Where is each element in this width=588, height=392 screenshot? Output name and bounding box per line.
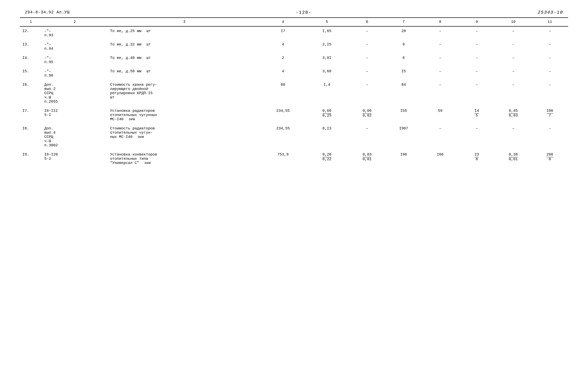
row-col8: – xyxy=(422,80,458,106)
row-col7: 6 xyxy=(385,54,422,67)
row-col4: 234,55 xyxy=(261,106,305,124)
row-col10: – xyxy=(495,80,531,106)
col-header-10: 10 xyxy=(495,18,531,26)
row-col10: 0,380,01 xyxy=(495,150,531,168)
col-header-5: 5 xyxy=(305,18,349,26)
row-col8: – xyxy=(422,124,458,150)
row-reference: I8-II2 5-I xyxy=(42,106,108,124)
row-col5: 0,260,22 xyxy=(305,150,349,168)
row-col6: – xyxy=(349,40,385,54)
row-col4: 753,9 xyxy=(261,150,305,168)
row-description: Стоимость крана регу- лирующего двойной … xyxy=(108,80,261,106)
row-col4: 60 xyxy=(261,80,305,106)
row-col6: – xyxy=(349,124,385,150)
table-row: I3.–"– п.94То же, д.32 мм шт42,I5–9–––– xyxy=(20,40,568,54)
row-col6: – xyxy=(349,67,385,80)
row-reference: –"– п.94 xyxy=(42,40,108,54)
row-col4: 4 xyxy=(261,40,305,54)
col-header-4: 4 xyxy=(261,18,305,26)
row-col9: – xyxy=(458,80,495,106)
col-header-2: 2 xyxy=(42,18,108,26)
table-row: I6.Доп. вып.2 ССРЦ ч.Ш п.2655Стоимость к… xyxy=(20,80,568,106)
row-col7: 9 xyxy=(385,40,422,54)
row-col7: I907 xyxy=(385,124,422,150)
col-header-7: 7 xyxy=(385,18,422,26)
row-number: I8. xyxy=(20,124,42,150)
row-col11: – xyxy=(531,67,568,80)
row-col5: 8,I3 xyxy=(305,124,349,150)
row-col11: – xyxy=(531,40,568,54)
row-col10: – xyxy=(495,124,531,150)
col-header-6: 6 xyxy=(349,18,385,26)
row-col6: 0,060,02 xyxy=(349,106,385,124)
row-col5: 0,660,25 xyxy=(305,106,349,124)
col-header-1: 1 xyxy=(20,18,42,26)
table-row: I5.–"– п.96То же, д.50 мм шт43,68–I5–––– xyxy=(20,67,568,80)
table-row: I2.–"– п.93То же, д.25 мм штI7I,65–28–––… xyxy=(20,26,568,40)
col-header-8: 8 xyxy=(422,18,458,26)
row-col8: – xyxy=(422,54,458,67)
row-reference: –"– п.93 xyxy=(42,26,108,40)
row-reference: –"– п.95 xyxy=(42,54,108,67)
col-header-9: 9 xyxy=(458,18,495,26)
column-headers: 1 2 3 4 5 6 7 8 9 10 11 xyxy=(20,18,568,26)
row-number: I2. xyxy=(20,26,42,40)
row-col11: – xyxy=(531,26,568,40)
row-col8: – xyxy=(422,67,458,80)
row-col8: – xyxy=(422,26,458,40)
row-description: То же, д.32 мм шт xyxy=(108,40,261,54)
col-header-3: 3 xyxy=(108,18,261,26)
row-col5: 3,0I xyxy=(305,54,349,67)
row-col6: – xyxy=(349,80,385,106)
row-col6: 0,030,01 xyxy=(349,150,385,168)
row-description: Установка конвекторов отопительных типа … xyxy=(108,150,261,168)
row-description: То же, д.25 мм шт xyxy=(108,26,261,40)
header-left: 294-8-34.92 Ал.УШ xyxy=(25,10,70,15)
row-col7: I5 xyxy=(385,67,422,80)
row-col4: 4 xyxy=(261,67,305,80)
row-reference: –"– п.96 xyxy=(42,67,108,80)
row-col9: – xyxy=(458,124,495,150)
row-reference: Доп. вып.2 ССРЦ ч.Ш п.2655 xyxy=(42,80,108,106)
row-col9: – xyxy=(458,54,495,67)
main-table: 1 2 3 4 5 6 7 8 9 10 11 I2.–"– п.93То же… xyxy=(20,18,568,168)
table-row: I9.I8-I20 5-2Установка конвекторов отопи… xyxy=(20,150,568,168)
row-col9: – xyxy=(458,40,495,54)
row-col7: 28 xyxy=(385,26,422,40)
row-reference: Доп. вып.4 ССРЦ ч.Ш п.3002 xyxy=(42,124,108,150)
row-number: I7. xyxy=(20,106,42,124)
row-col11: – xyxy=(531,124,568,150)
row-col10: – xyxy=(495,40,531,54)
row-description: То же, д.50 мм шт xyxy=(108,67,261,80)
row-col9: – xyxy=(458,67,495,80)
row-col10: – xyxy=(495,54,531,67)
row-col8: I66 xyxy=(422,150,458,168)
row-col6: – xyxy=(349,26,385,40)
row-col5: I,65 xyxy=(305,26,349,40)
row-col10: – xyxy=(495,26,531,40)
row-col6: – xyxy=(349,54,385,67)
row-col5: 2,I5 xyxy=(305,40,349,54)
row-col8: – xyxy=(422,40,458,54)
page-header: 294-8-34.92 Ал.УШ -128- 25343-10 xyxy=(20,10,568,15)
row-number: I9. xyxy=(20,150,42,168)
row-number: I6. xyxy=(20,80,42,106)
table-row: I7.I8-II2 5-IУстановка радиаторов отопит… xyxy=(20,106,568,124)
header-right: 25343-10 xyxy=(538,10,563,15)
row-col11: 2868 xyxy=(531,150,568,168)
row-col11: I067 xyxy=(531,106,568,124)
row-description: То же, д.40 мм шт xyxy=(108,54,261,67)
header-center: -128- xyxy=(296,10,312,15)
row-col7: 84 xyxy=(385,80,422,106)
row-col7: I96 xyxy=(385,150,422,168)
row-col9: 238 xyxy=(458,150,495,168)
col-header-11: 11 xyxy=(531,18,568,26)
row-col7: I55 xyxy=(385,106,422,124)
row-col10: 0,450,03 xyxy=(495,106,531,124)
row-col4: I7 xyxy=(261,26,305,40)
row-number: I3. xyxy=(20,40,42,54)
row-col9: – xyxy=(458,26,495,40)
row-reference: I8-I20 5-2 xyxy=(42,150,108,168)
row-number: I4. xyxy=(20,54,42,67)
row-col4: 2 xyxy=(261,54,305,67)
